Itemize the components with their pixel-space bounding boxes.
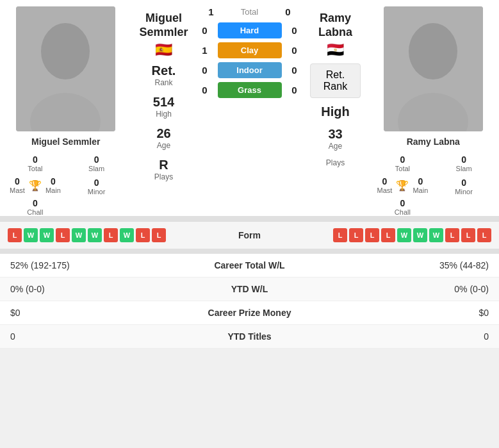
stat-row-p1: 0 <box>10 331 186 342</box>
stat-row-p2: 35% (44-82) <box>314 260 489 270</box>
player2-high-block: High <box>321 104 349 119</box>
form-badge: L <box>461 228 475 242</box>
player1-form-badges: LWWLWWLWLL <box>8 228 166 242</box>
stat-row-label: YTD Titles <box>186 331 314 342</box>
player2-age-block: 33 Age <box>328 127 342 151</box>
main-container: Miguel Semmler 0 Total 0 Slam 0 Mast 🏆 <box>0 0 499 349</box>
form-badge: W <box>429 228 443 242</box>
stat-row: 0YTD Titles0 <box>0 325 499 349</box>
player2-rank-block: Ret. Rank <box>310 63 361 98</box>
form-badge: W <box>72 228 86 242</box>
top-section: Miguel Semmler 0 Total 0 Slam 0 Mast 🏆 <box>0 0 499 216</box>
form-badge: W <box>40 228 54 242</box>
surface-clay-row: 1 Clay 0 <box>199 42 301 58</box>
form-badge: L <box>152 228 166 242</box>
stat-row-label: YTD W/L <box>186 284 314 294</box>
player2-section: Ramy Labna 0 Total 0 Slam 0 Mast 🏆 <box>368 6 500 216</box>
player1-flag: 🇪🇸 <box>155 42 172 58</box>
player2-stats-grid: 0 Total 0 Slam 0 Mast 🏆 0 Main <box>377 154 489 216</box>
p2-mast-row: 0 Mast 🏆 0 Main <box>377 176 429 194</box>
stat-row-p2: 0% (0-0) <box>314 284 489 294</box>
player2-plays-block: Plays <box>326 158 345 167</box>
p2-slam-cell: 0 Slam <box>438 154 489 172</box>
player2-photo <box>384 6 483 131</box>
player1-name-top: Miguel Semmler <box>132 12 196 39</box>
stat-row-p1: 0% (0-0) <box>10 284 186 294</box>
surface-grass-row: 0 Grass 0 <box>199 82 301 98</box>
section-divider-2 <box>0 249 499 254</box>
form-badge: L <box>136 228 150 242</box>
p1-slam-cell: 0 Slam <box>71 154 122 172</box>
player1-age-block: 26 Age <box>156 126 170 150</box>
form-badge: L <box>8 228 22 242</box>
p1-minor-cell: 0 Minor <box>71 178 122 216</box>
form-badge: L <box>56 228 70 242</box>
center-surfaces: 1 Total 0 0 Hard 0 1 Clay 0 0 Indoor 0 <box>196 6 304 216</box>
p1-trophy-icon: 🏆 <box>29 179 42 192</box>
form-badge: W <box>413 228 427 242</box>
form-section: LWWLWWLWLL Form LLLLWWWLLL <box>0 221 499 249</box>
p1-total-cell: 0 Total <box>10 154 61 172</box>
form-badge: L <box>365 228 379 242</box>
surface-total-row: 1 Total 0 <box>205 6 295 17</box>
p1-mast-row: 0 Mast 🏆 0 Main <box>10 176 61 194</box>
stat-row: 0% (0-0)YTD W/L0% (0-0) <box>0 278 499 301</box>
stat-row: $0Career Prize Money$0 <box>0 301 499 325</box>
p2-minor-cell: 0 Minor <box>438 178 489 216</box>
form-badge: L <box>349 228 363 242</box>
form-badge: W <box>88 228 102 242</box>
stat-row-p1: $0 <box>10 308 186 318</box>
player1-section: Miguel Semmler 0 Total 0 Slam 0 Mast 🏆 <box>0 6 132 216</box>
form-badge: L <box>445 228 459 242</box>
player1-high-block: 514 High <box>153 95 174 119</box>
player1-photo <box>16 6 115 131</box>
player1-name: Miguel Semmler <box>31 137 100 147</box>
p2-trophy-icon: 🏆 <box>396 179 409 192</box>
form-badge: W <box>24 228 38 242</box>
player1-info-col: Miguel Semmler 🇪🇸 Ret. Rank 514 High 26 … <box>132 6 196 216</box>
player1-stats-grid: 0 Total 0 Slam 0 Mast 🏆 0 Main <box>10 154 122 216</box>
form-badge: W <box>120 228 134 242</box>
stat-row-label: Career Prize Money <box>186 308 314 318</box>
player1-rank-block: Ret. Rank <box>152 63 176 87</box>
player1-plays-block: R Plays <box>154 158 173 181</box>
section-divider-1 <box>0 216 499 221</box>
svg-point-4 <box>409 23 457 79</box>
surface-hard-row: 0 Hard 0 <box>199 22 301 38</box>
stat-row-p1: 52% (192-175) <box>10 260 186 270</box>
p1-chall-cell: 0 Chall <box>10 198 61 216</box>
stat-row-label: Career Total W/L <box>186 260 314 270</box>
form-badge: W <box>397 228 411 242</box>
player2-form-badges: LLLLWWWLLL <box>333 228 491 242</box>
player2-flag: 🇪🇬 <box>327 42 344 58</box>
stat-row: 52% (192-175)Career Total W/L35% (44-82) <box>0 254 499 278</box>
stat-row-p2: $0 <box>314 308 489 318</box>
stat-row-p2: 0 <box>314 331 489 342</box>
player2-name-top: Ramy Labna <box>304 12 368 39</box>
p2-chall-cell: 0 Chall <box>377 198 429 216</box>
form-badge: L <box>381 228 395 242</box>
form-badge: L <box>477 228 491 242</box>
stats-container: 52% (192-175)Career Total W/L35% (44-82)… <box>0 254 499 349</box>
svg-point-1 <box>41 23 90 79</box>
player2-name: Ramy Labna <box>407 137 460 147</box>
player2-info-col: Ramy Labna 🇪🇬 Ret. Rank High 33 Age Play… <box>304 6 368 216</box>
form-badge: L <box>104 228 118 242</box>
form-badge: L <box>333 228 347 242</box>
surface-indoor-row: 0 Indoor 0 <box>199 62 301 78</box>
p2-total-cell: 0 Total <box>377 154 429 172</box>
form-label: Form <box>238 230 261 240</box>
